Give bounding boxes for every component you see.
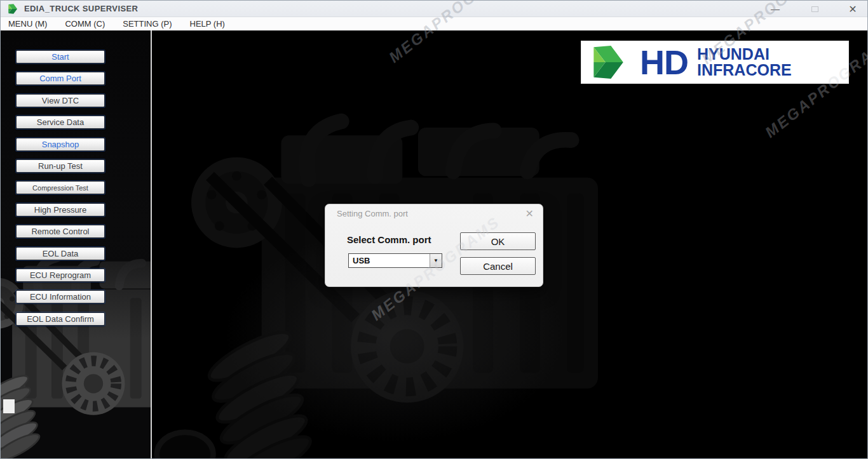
- dropdown-arrow-button[interactable]: ▼: [430, 254, 442, 267]
- sidebar-button-high-pressure[interactable]: High Pressure: [16, 203, 105, 216]
- comm-port-select[interactable]: USB ▼: [348, 253, 442, 268]
- cancel-button[interactable]: Cancel: [460, 257, 536, 275]
- sidebar-button-compression-test[interactable]: Compression Test: [16, 181, 105, 194]
- comm-port-selected-value: USB: [349, 256, 430, 265]
- sidebar-button-ecu-information[interactable]: ECU Information: [16, 290, 105, 303]
- app-window: EDIA_TRUCK SUPERVISER — ✕ MENU (M) COMM …: [0, 0, 868, 459]
- menu-item-menu[interactable]: MENU (M): [2, 18, 53, 30]
- sidebar-button-run-up-test[interactable]: Run-up Test: [16, 159, 105, 173]
- menu-item-setting[interactable]: SETTING (P): [116, 18, 178, 30]
- menu-item-comm[interactable]: COMM (C): [58, 18, 111, 30]
- sidebar-button-service-data[interactable]: Service Data: [16, 116, 105, 129]
- close-button[interactable]: ✕: [838, 1, 867, 17]
- setting-comm-port-dialog: Setting Comm. port ✕ Select Comm. port U…: [325, 204, 543, 287]
- menu-bar: MENU (M) COMM (C) SETTING (P) HELP (H): [1, 17, 867, 30]
- sidebar-divider: [151, 30, 152, 458]
- sidebar-button-eol-data[interactable]: EOL Data: [16, 247, 105, 260]
- maximize-button[interactable]: [800, 1, 829, 17]
- window-title: EDIA_TRUCK SUPERVISER: [24, 4, 138, 13]
- maximize-icon: [811, 6, 818, 12]
- dialog-title: Setting Comm. port: [337, 209, 408, 218]
- select-comm-port-label: Select Comm. port: [347, 234, 431, 245]
- logo-hyundai-text: HYUNDAI: [697, 46, 792, 62]
- ok-button[interactable]: OK: [460, 232, 536, 250]
- app-logo-icon: [6, 4, 19, 14]
- minimize-button[interactable]: —: [761, 1, 790, 17]
- sidebar-button-view-dtc[interactable]: View DTC: [16, 94, 105, 107]
- chevron-down-icon: ▼: [433, 258, 438, 263]
- logo-infracore-text: INFRACORE: [697, 62, 792, 78]
- sidebar: Start Comm Port View DTC Service Data Sn…: [1, 30, 151, 458]
- sidebar-button-comm-port[interactable]: Comm Port: [16, 72, 105, 85]
- sidebar-button-snapshop[interactable]: Snapshop: [16, 138, 105, 151]
- menu-item-help[interactable]: HELP (H): [184, 18, 231, 30]
- logo-hd-text: HD: [640, 43, 688, 81]
- title-bar: EDIA_TRUCK SUPERVISER — ✕: [1, 1, 867, 17]
- main-content: Start Comm Port View DTC Service Data Sn…: [1, 30, 867, 458]
- hd-green-arrow-icon: [590, 45, 626, 79]
- hd-hyundai-infracore-logo: HD HYUNDAI INFRACORE: [581, 41, 849, 84]
- sidebar-button-remote-control[interactable]: Remote Control: [16, 225, 105, 238]
- white-square-artifact: [3, 399, 15, 413]
- sidebar-button-start[interactable]: Start: [16, 50, 105, 63]
- sidebar-button-eol-data-confirm[interactable]: EOL Data Confirm: [16, 312, 105, 326]
- sidebar-button-ecu-reprogram[interactable]: ECU Reprogram: [16, 269, 105, 282]
- dialog-close-icon[interactable]: ✕: [526, 208, 534, 220]
